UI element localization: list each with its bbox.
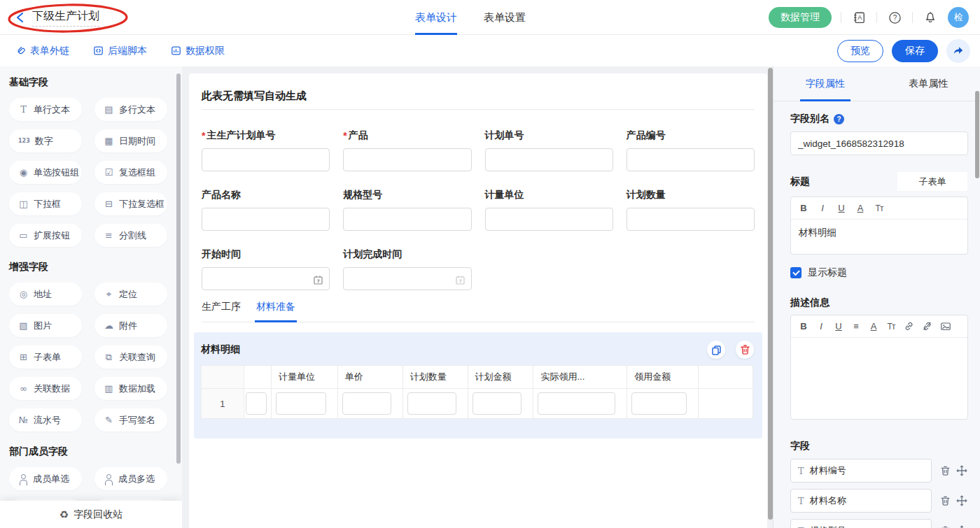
share-button[interactable] xyxy=(946,39,970,63)
user-avatar[interactable]: 检 xyxy=(948,7,969,28)
palette-item-radio-group[interactable]: ◉单选按钮组 xyxy=(9,161,82,184)
move-field-handle[interactable] xyxy=(956,495,967,506)
unit-price-cell-input[interactable] xyxy=(342,392,391,415)
column-header-unit[interactable]: 计量单位 xyxy=(272,366,338,389)
palette-item-image[interactable]: ▧图片 xyxy=(9,314,82,337)
palette-item-extend-button[interactable]: ▭扩展按钮 xyxy=(9,224,82,247)
palette-item-signature[interactable]: ✎手写签名 xyxy=(94,408,167,431)
plan-amount-cell-input[interactable] xyxy=(472,392,522,415)
document-title[interactable]: 下级生产计划 xyxy=(32,9,99,27)
preview-button[interactable]: 预览 xyxy=(837,40,883,62)
column-header-plan-amount[interactable]: 计划金额 xyxy=(468,366,534,389)
font-size-icon[interactable]: Tт xyxy=(874,204,884,213)
palette-item-select[interactable]: ◫下拉框 xyxy=(9,192,82,215)
delete-field-button[interactable] xyxy=(940,525,951,528)
palette-item-member-multi[interactable]: 成员多选 xyxy=(94,467,167,490)
palette-item-linked-data[interactable]: ∞关联数据 xyxy=(9,377,82,400)
usage-amount-cell-input[interactable] xyxy=(631,392,687,415)
form-field-plan-qty[interactable]: 计划数量 xyxy=(626,189,755,231)
form-description-title[interactable]: 此表无需填写自动生成 xyxy=(202,90,755,103)
underline-icon[interactable]: U xyxy=(836,203,846,213)
align-icon[interactable]: ≡ xyxy=(851,321,861,331)
palette-item-subform[interactable]: ⊞子表单 xyxy=(9,345,82,369)
bold-icon[interactable]: B xyxy=(799,203,808,213)
product-code-input[interactable] xyxy=(626,148,755,171)
data-permission-link[interactable]: 数据权限 xyxy=(171,35,225,66)
palette-item-address[interactable]: ◎地址 xyxy=(9,283,82,306)
tab-material-preparation[interactable]: 材料准备 xyxy=(256,299,295,322)
subform-field-material-name[interactable]: T 材料名称 xyxy=(790,489,932,513)
form-field-spec-model[interactable]: 规格型号 xyxy=(343,189,471,231)
palette-item-single-line-text[interactable]: T单行文本 xyxy=(9,98,82,121)
insert-image-icon[interactable] xyxy=(940,321,951,331)
tab-form-design[interactable]: 表单设计 xyxy=(415,0,457,35)
tab-field-properties[interactable]: 字段属性 xyxy=(774,66,877,101)
title-editor-content[interactable]: 材料明细 xyxy=(791,220,967,254)
clipped-cell-input[interactable] xyxy=(246,392,267,415)
form-field-plan-no[interactable]: 计划单号 xyxy=(485,129,613,171)
form-external-link[interactable]: 表单外链 xyxy=(15,35,69,66)
palette-item-location[interactable]: ⌖定位 xyxy=(94,283,167,306)
palette-item-checkbox-group[interactable]: ☑复选框组 xyxy=(94,161,167,184)
insert-link-icon[interactable] xyxy=(904,321,914,331)
move-field-handle[interactable] xyxy=(956,525,967,528)
translate-book-icon[interactable]: A xyxy=(850,9,867,26)
backend-script-link[interactable]: 后端脚本 xyxy=(93,35,147,66)
master-plan-no-input[interactable] xyxy=(202,148,330,171)
font-color-icon[interactable]: A xyxy=(855,203,865,213)
plan-qty-cell-input[interactable] xyxy=(407,392,456,415)
italic-icon[interactable]: I xyxy=(818,203,827,213)
palette-item-member-single[interactable]: 成员单选 xyxy=(9,467,82,490)
sidebar-scrollbar[interactable] xyxy=(176,73,181,464)
spec-model-input[interactable] xyxy=(343,208,471,231)
form-field-plan-finish-time[interactable]: 计划完成时间 xyxy=(343,248,471,290)
notification-bell-icon[interactable] xyxy=(922,9,939,26)
font-color-icon[interactable]: A xyxy=(869,321,878,331)
palette-item-serial-number[interactable]: №流水号 xyxy=(9,408,82,431)
actual-usage-cell-input[interactable] xyxy=(538,392,615,415)
field-alias-input[interactable] xyxy=(790,131,968,155)
form-field-unit[interactable]: 计量单位 xyxy=(485,189,613,231)
canvas-scrollbar[interactable] xyxy=(768,68,773,520)
column-header-usage-amount[interactable]: 领用金额 xyxy=(627,366,699,389)
product-name-input[interactable] xyxy=(202,208,330,231)
help-icon[interactable]: ? xyxy=(886,9,903,26)
palette-item-data-load[interactable]: ▥数据加载 xyxy=(94,377,167,400)
unit-cell-input[interactable] xyxy=(276,392,326,415)
palette-item-number[interactable]: 123数字 xyxy=(9,129,82,152)
italic-icon[interactable]: I xyxy=(816,321,826,331)
save-button[interactable]: 保存 xyxy=(892,40,938,62)
start-time-input[interactable] xyxy=(202,267,330,290)
delete-field-button[interactable] xyxy=(940,495,951,506)
plan-no-input[interactable] xyxy=(485,148,613,171)
tab-production-process[interactable]: 生产工序 xyxy=(202,299,241,322)
product-input[interactable] xyxy=(343,148,471,171)
unit-input[interactable] xyxy=(485,208,613,231)
delete-field-button[interactable] xyxy=(940,465,951,476)
column-header-plan-qty[interactable]: 计划数量 xyxy=(403,366,468,389)
palette-item-multi-line-text[interactable]: ▤多行文本 xyxy=(94,98,167,121)
palette-item-attachment[interactable]: ☁附件 xyxy=(94,314,167,337)
column-header-unit-price[interactable]: 单价 xyxy=(338,366,403,389)
palette-item-datetime[interactable]: ▦日期时间 xyxy=(94,129,167,152)
window-scrollbar[interactable] xyxy=(975,91,979,178)
remove-link-icon[interactable] xyxy=(922,321,932,331)
show-title-checkbox-row[interactable]: 显示标题 xyxy=(790,266,967,279)
description-editor-content[interactable] xyxy=(791,338,967,419)
subform-field-material-code[interactable]: T 材料编号 xyxy=(790,459,932,483)
plan-qty-input[interactable] xyxy=(626,208,755,231)
subform-material-detail[interactable]: 材料明细 计量单位 单价 xyxy=(194,332,762,438)
palette-item-divider-line[interactable]: ≡分割线 xyxy=(94,224,167,247)
data-manage-button[interactable]: 数据管理 xyxy=(769,7,832,28)
move-field-handle[interactable] xyxy=(956,465,967,476)
back-button[interactable]: 下级生产计划 xyxy=(15,0,99,35)
field-recycle-bin[interactable]: ♻ 字段回收站 xyxy=(0,501,182,528)
description-editor[interactable]: B I U ≡ A Tт xyxy=(790,315,968,420)
title-editor[interactable]: B I U A Tт 材料明细 xyxy=(790,197,968,255)
show-title-checkbox[interactable] xyxy=(790,267,802,278)
subform-field-spec-model[interactable]: T 规格型号 xyxy=(790,519,932,528)
form-field-master-plan-no[interactable]: *主生产计划单号 xyxy=(202,129,330,171)
tab-form-settings[interactable]: 表单设置 xyxy=(484,0,526,35)
alias-help-icon[interactable]: ? xyxy=(834,114,844,124)
palette-item-linked-query[interactable]: ⧉关联查询 xyxy=(94,345,167,369)
